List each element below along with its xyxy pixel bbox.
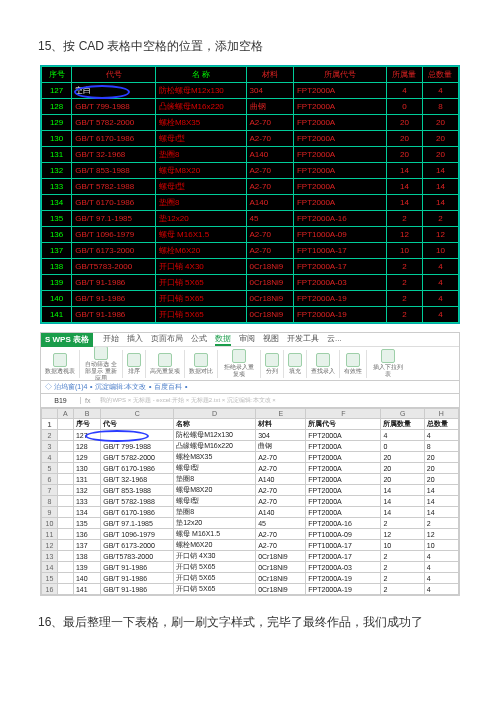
grid-cell[interactable] (57, 551, 73, 562)
grid-cell[interactable]: FPT2000A (306, 507, 381, 518)
grid-cell[interactable]: 139 (73, 562, 100, 573)
grid-cell[interactable] (57, 584, 73, 595)
ribbon-item[interactable]: 高亮重复项 (150, 353, 180, 375)
wps-tab-4[interactable]: 数据 (215, 333, 231, 346)
wps-tab-0[interactable]: 开始 (103, 333, 119, 346)
grid-cell[interactable] (57, 452, 73, 463)
grid-cell[interactable]: 141 (73, 584, 100, 595)
grid-cell[interactable]: GB/T 97.1-1985 (101, 518, 174, 529)
grid-cell[interactable]: 137 (73, 540, 100, 551)
grid-cell[interactable]: A2-70 (256, 496, 306, 507)
grid-cell[interactable]: GB/T5783-2000 (101, 551, 174, 562)
grid-cell[interactable] (57, 573, 73, 584)
grid-cell[interactable]: 134 (73, 507, 100, 518)
grid-cell[interactable]: 4 (424, 551, 458, 562)
col-header[interactable]: H (424, 409, 458, 419)
grid-cell[interactable]: 14 (381, 485, 424, 496)
grid-cell[interactable]: 2 (381, 551, 424, 562)
ribbon-item[interactable]: 数据透视表 (45, 353, 75, 375)
grid-cell[interactable]: 总数量 (424, 419, 458, 430)
grid-cell[interactable]: FPT1000A-09 (306, 529, 381, 540)
col-header[interactable]: D (174, 409, 256, 419)
grid-cell[interactable]: FPT2000A (306, 474, 381, 485)
ribbon-item[interactable]: 填充 (288, 353, 302, 375)
col-header[interactable]: E (256, 409, 306, 419)
ribbon-item[interactable]: 排序 (127, 353, 141, 375)
wps-tab-1[interactable]: 插入 (127, 333, 143, 346)
ribbon-item[interactable]: 自动筛选 全部显示 重新应用 (84, 347, 118, 381)
grid-cell[interactable]: 136 (73, 529, 100, 540)
col-header[interactable]: G (381, 409, 424, 419)
grid-cell[interactable]: FPT2000A-17 (306, 551, 381, 562)
row-header[interactable]: 12 (42, 540, 58, 551)
wps-grid[interactable]: ABCDEFGH1序号代号名称材料所属代号所属数量总数量2127防松螺母M12x… (41, 408, 459, 595)
grid-cell[interactable]: 开口销 5X65 (174, 573, 256, 584)
grid-cell[interactable]: 曲钢 (256, 441, 306, 452)
grid-cell[interactable]: 0 (381, 441, 424, 452)
grid-cell[interactable]: GB/T 91-1986 (101, 584, 174, 595)
grid-cell[interactable] (57, 463, 73, 474)
grid-cell[interactable] (57, 496, 73, 507)
grid-cell[interactable]: 所属数量 (381, 419, 424, 430)
grid-cell[interactable]: 14 (381, 496, 424, 507)
grid-cell[interactable]: 螺母I型 (174, 496, 256, 507)
grid-cell[interactable]: 20 (424, 452, 458, 463)
grid-cell[interactable]: 2 (381, 584, 424, 595)
grid-cell[interactable]: GB/T 5782-1988 (101, 496, 174, 507)
grid-cell[interactable] (57, 540, 73, 551)
grid-cell[interactable]: GB/T 5782-2000 (101, 452, 174, 463)
grid-cell[interactable]: FPT2000A (306, 430, 381, 441)
grid-cell[interactable]: 螺栓M8X35 (174, 452, 256, 463)
grid-cell[interactable]: 材料 (256, 419, 306, 430)
grid-cell[interactable]: 4 (424, 584, 458, 595)
grid-cell[interactable] (57, 441, 73, 452)
grid-cell[interactable]: FPT2000A (306, 441, 381, 452)
grid-cell[interactable]: 螺栓M6X20 (174, 540, 256, 551)
col-header[interactable]: A (57, 409, 73, 419)
grid-cell[interactable]: 14 (381, 507, 424, 518)
grid-cell[interactable]: 140 (73, 573, 100, 584)
row-header[interactable]: 14 (42, 562, 58, 573)
grid-cell[interactable]: GB/T 1096-1979 (101, 529, 174, 540)
grid-cell[interactable]: 垫圈8 (174, 507, 256, 518)
ribbon-item[interactable]: 分列 (265, 353, 279, 375)
grid-cell[interactable]: 开口销 5X65 (174, 562, 256, 573)
grid-cell[interactable]: 14 (424, 507, 458, 518)
grid-cell[interactable]: 8 (424, 441, 458, 452)
grid-cell[interactable]: GB/T 6173-2000 (101, 540, 174, 551)
grid-cell[interactable]: 代号 (101, 419, 174, 430)
ribbon-item[interactable]: 数据对比 (189, 353, 213, 375)
cell-reference[interactable]: B19 (41, 397, 81, 404)
grid-cell[interactable]: FPT2000A (306, 496, 381, 507)
grid-cell[interactable]: 凸缘螺母M16x220 (174, 441, 256, 452)
row-header[interactable]: 13 (42, 551, 58, 562)
grid-cell[interactable]: 20 (381, 463, 424, 474)
grid-cell[interactable]: 130 (73, 463, 100, 474)
wps-tab-2[interactable]: 页面布局 (151, 333, 183, 346)
grid-cell[interactable]: 127 (73, 430, 100, 441)
grid-cell[interactable]: FPT2000A (306, 452, 381, 463)
grid-cell[interactable]: 20 (381, 474, 424, 485)
grid-cell[interactable] (57, 474, 73, 485)
col-header[interactable]: F (306, 409, 381, 419)
grid-cell[interactable]: 14 (424, 496, 458, 507)
grid-cell[interactable]: A2-70 (256, 452, 306, 463)
grid-cell[interactable]: 2 (424, 518, 458, 529)
grid-cell[interactable]: GB/T 91-1986 (101, 562, 174, 573)
grid-cell[interactable]: 138 (73, 551, 100, 562)
grid-cell[interactable]: A2-70 (256, 529, 306, 540)
grid-cell[interactable]: 0Cr18Ni9 (256, 551, 306, 562)
grid-cell[interactable]: 12 (381, 529, 424, 540)
grid-cell[interactable]: 开口销 5X65 (174, 584, 256, 595)
row-header[interactable]: 9 (42, 507, 58, 518)
grid-cell[interactable]: 所属代号 (306, 419, 381, 430)
grid-cell[interactable]: A2-70 (256, 463, 306, 474)
row-header[interactable]: 10 (42, 518, 58, 529)
row-header[interactable]: 4 (42, 452, 58, 463)
grid-cell[interactable]: 14 (424, 485, 458, 496)
grid-cell[interactable]: A140 (256, 507, 306, 518)
row-header[interactable]: 11 (42, 529, 58, 540)
row-header[interactable]: 8 (42, 496, 58, 507)
grid-cell[interactable]: 螺母 M16X1.5 (174, 529, 256, 540)
grid-cell[interactable]: 131 (73, 474, 100, 485)
